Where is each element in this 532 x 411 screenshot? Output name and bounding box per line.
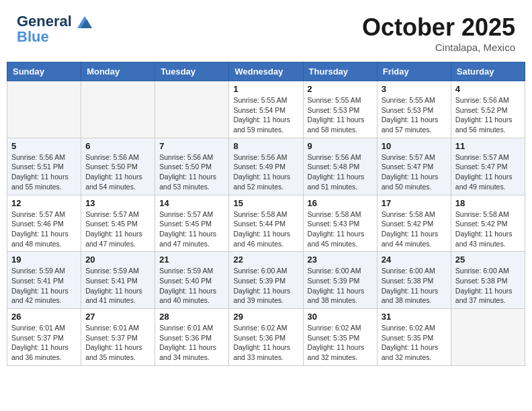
header-thursday: Thursday	[303, 62, 377, 81]
day-info: Sunrise: 6:00 AM Sunset: 5:39 PM Dayligh…	[233, 266, 298, 306]
table-row: 20Sunrise: 5:59 AM Sunset: 5:41 PM Dayli…	[81, 252, 155, 309]
day-info: Sunrise: 5:59 AM Sunset: 5:41 PM Dayligh…	[11, 266, 77, 306]
logo-icon	[77, 16, 92, 28]
day-info: Sunrise: 6:02 AM Sunset: 5:35 PM Dayligh…	[308, 323, 373, 363]
day-number: 23	[308, 255, 373, 265]
day-info: Sunrise: 6:01 AM Sunset: 5:37 PM Dayligh…	[11, 323, 77, 363]
day-number: 3	[382, 84, 447, 94]
table-row: 14Sunrise: 5:57 AM Sunset: 5:45 PM Dayli…	[155, 195, 229, 252]
header-wednesday: Wednesday	[229, 62, 303, 81]
day-number: 16	[308, 198, 373, 208]
day-number: 27	[85, 312, 150, 322]
table-row: 7Sunrise: 5:56 AM Sunset: 5:50 PM Daylig…	[155, 138, 229, 195]
day-number: 21	[159, 255, 224, 265]
day-info: Sunrise: 5:57 AM Sunset: 5:45 PM Dayligh…	[85, 210, 150, 249]
day-info: Sunrise: 5:56 AM Sunset: 5:49 PM Dayligh…	[233, 152, 298, 192]
day-info: Sunrise: 5:56 AM Sunset: 5:50 PM Dayligh…	[159, 152, 224, 192]
day-info: Sunrise: 5:56 AM Sunset: 5:51 PM Dayligh…	[11, 152, 77, 192]
day-number: 9	[308, 141, 373, 151]
day-info: Sunrise: 6:00 AM Sunset: 5:38 PM Dayligh…	[382, 266, 447, 306]
day-number: 2	[308, 84, 373, 94]
day-number: 28	[159, 312, 224, 322]
day-number: 22	[233, 255, 298, 265]
header-tuesday: Tuesday	[155, 62, 229, 81]
table-row: 31Sunrise: 6:02 AM Sunset: 5:35 PM Dayli…	[377, 309, 451, 366]
calendar-week-row: 26Sunrise: 6:01 AM Sunset: 5:37 PM Dayli…	[7, 309, 525, 366]
header-saturday: Saturday	[451, 62, 525, 81]
day-info: Sunrise: 6:02 AM Sunset: 5:35 PM Dayligh…	[382, 323, 447, 363]
table-row	[451, 309, 525, 366]
calendar-week-row: 12Sunrise: 5:57 AM Sunset: 5:46 PM Dayli…	[7, 195, 525, 252]
day-info: Sunrise: 5:57 AM Sunset: 5:45 PM Dayligh…	[159, 210, 224, 249]
day-info: Sunrise: 6:00 AM Sunset: 5:39 PM Dayligh…	[308, 266, 373, 306]
day-number: 7	[159, 141, 224, 151]
day-info: Sunrise: 5:58 AM Sunset: 5:42 PM Dayligh…	[382, 210, 447, 249]
day-info: Sunrise: 6:00 AM Sunset: 5:38 PM Dayligh…	[455, 266, 521, 306]
day-number: 18	[455, 198, 521, 208]
day-number: 17	[382, 198, 447, 208]
day-number: 24	[382, 255, 447, 265]
table-row: 4Sunrise: 5:56 AM Sunset: 5:52 PM Daylig…	[451, 81, 525, 138]
table-row: 1Sunrise: 5:55 AM Sunset: 5:54 PM Daylig…	[229, 81, 303, 138]
table-row: 9Sunrise: 5:56 AM Sunset: 5:48 PM Daylig…	[303, 138, 377, 195]
table-row: 24Sunrise: 6:00 AM Sunset: 5:38 PM Dayli…	[377, 252, 451, 309]
header-sunday: Sunday	[7, 62, 81, 81]
table-row: 27Sunrise: 6:01 AM Sunset: 5:37 PM Dayli…	[81, 309, 155, 366]
table-row: 18Sunrise: 5:58 AM Sunset: 5:42 PM Dayli…	[451, 195, 525, 252]
table-row: 29Sunrise: 6:02 AM Sunset: 5:36 PM Dayli…	[229, 309, 303, 366]
day-number: 31	[382, 312, 447, 322]
table-row: 28Sunrise: 6:01 AM Sunset: 5:36 PM Dayli…	[155, 309, 229, 366]
page-header: General Blue October 2025 Cintalapa, Mex…	[7, 7, 525, 56]
calendar-week-row: 1Sunrise: 5:55 AM Sunset: 5:54 PM Daylig…	[7, 81, 525, 138]
table-row: 21Sunrise: 5:59 AM Sunset: 5:40 PM Dayli…	[155, 252, 229, 309]
table-row: 23Sunrise: 6:00 AM Sunset: 5:39 PM Dayli…	[303, 252, 377, 309]
day-info: Sunrise: 5:58 AM Sunset: 5:42 PM Dayligh…	[455, 210, 521, 249]
table-row: 15Sunrise: 5:58 AM Sunset: 5:44 PM Dayli…	[229, 195, 303, 252]
day-info: Sunrise: 5:55 AM Sunset: 5:53 PM Dayligh…	[308, 95, 373, 135]
table-row: 19Sunrise: 5:59 AM Sunset: 5:41 PM Dayli…	[7, 252, 81, 309]
day-number: 11	[455, 141, 521, 151]
table-row: 30Sunrise: 6:02 AM Sunset: 5:35 PM Dayli…	[303, 309, 377, 366]
day-number: 20	[85, 255, 150, 265]
logo-blue: Blue	[17, 30, 92, 44]
day-info: Sunrise: 6:01 AM Sunset: 5:37 PM Dayligh…	[85, 323, 150, 363]
table-row: 11Sunrise: 5:57 AM Sunset: 5:47 PM Dayli…	[451, 138, 525, 195]
day-number: 4	[455, 84, 521, 94]
table-row: 2Sunrise: 5:55 AM Sunset: 5:53 PM Daylig…	[303, 81, 377, 138]
logo-text: General	[17, 13, 92, 30]
table-row: 12Sunrise: 5:57 AM Sunset: 5:46 PM Dayli…	[7, 195, 81, 252]
table-row: 8Sunrise: 5:56 AM Sunset: 5:49 PM Daylig…	[229, 138, 303, 195]
day-info: Sunrise: 5:59 AM Sunset: 5:41 PM Dayligh…	[85, 266, 150, 306]
day-info: Sunrise: 5:55 AM Sunset: 5:53 PM Dayligh…	[382, 95, 447, 135]
day-number: 13	[85, 198, 150, 208]
day-number: 6	[85, 141, 150, 151]
location: Cintalapa, Mexico	[362, 42, 515, 53]
day-number: 8	[233, 141, 298, 151]
day-number: 10	[382, 141, 447, 151]
day-info: Sunrise: 5:57 AM Sunset: 5:47 PM Dayligh…	[382, 152, 447, 192]
day-number: 5	[11, 141, 77, 151]
day-info: Sunrise: 5:56 AM Sunset: 5:48 PM Dayligh…	[308, 152, 373, 192]
calendar-week-row: 19Sunrise: 5:59 AM Sunset: 5:41 PM Dayli…	[7, 252, 525, 309]
table-row: 3Sunrise: 5:55 AM Sunset: 5:53 PM Daylig…	[377, 81, 451, 138]
logo: General Blue	[17, 13, 92, 44]
title-block: October 2025 Cintalapa, Mexico	[362, 13, 515, 53]
month-title: October 2025	[362, 13, 515, 42]
table-row: 5Sunrise: 5:56 AM Sunset: 5:51 PM Daylig…	[7, 138, 81, 195]
day-info: Sunrise: 5:58 AM Sunset: 5:43 PM Dayligh…	[308, 210, 373, 249]
day-number: 25	[455, 255, 521, 265]
day-info: Sunrise: 5:57 AM Sunset: 5:47 PM Dayligh…	[455, 152, 521, 192]
day-number: 15	[233, 198, 298, 208]
day-number: 26	[11, 312, 77, 322]
table-row: 16Sunrise: 5:58 AM Sunset: 5:43 PM Dayli…	[303, 195, 377, 252]
table-row	[81, 81, 155, 138]
header-monday: Monday	[81, 62, 155, 81]
calendar-table: Sunday Monday Tuesday Wednesday Thursday…	[7, 62, 525, 366]
day-number: 1	[233, 84, 298, 94]
day-info: Sunrise: 5:56 AM Sunset: 5:50 PM Dayligh…	[85, 152, 150, 192]
table-row	[155, 81, 229, 138]
table-row: 13Sunrise: 5:57 AM Sunset: 5:45 PM Dayli…	[81, 195, 155, 252]
day-info: Sunrise: 6:01 AM Sunset: 5:36 PM Dayligh…	[159, 323, 224, 363]
day-info: Sunrise: 5:56 AM Sunset: 5:52 PM Dayligh…	[455, 95, 521, 135]
day-info: Sunrise: 5:57 AM Sunset: 5:46 PM Dayligh…	[11, 210, 77, 249]
